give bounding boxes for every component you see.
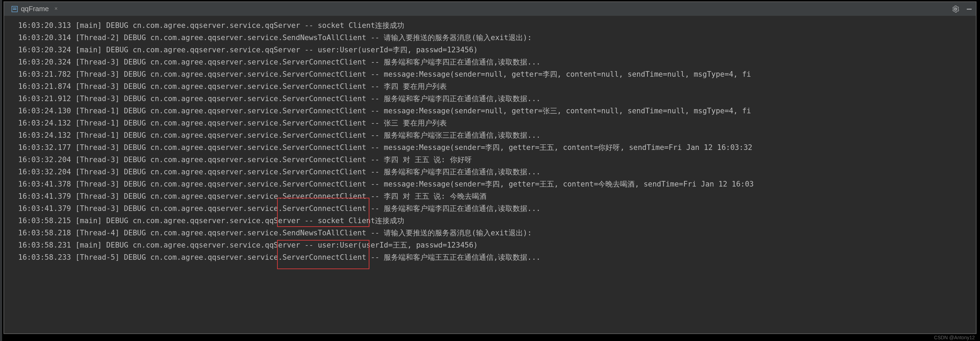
log-line: 16:03:20.314 [Thread-2] DEBUG cn.com.agr… — [18, 32, 976, 44]
gear-icon[interactable] — [952, 6, 959, 13]
log-line: 16:03:21.874 [Thread-3] DEBUG cn.com.agr… — [18, 81, 976, 93]
tab-title: qqFrame — [21, 5, 49, 13]
tab-item[interactable]: qqFrame × — [11, 5, 58, 13]
log-line: 16:03:32.204 [Thread-3] DEBUG cn.com.agr… — [18, 154, 976, 166]
log-line: 16:03:32.177 [Thread-3] DEBUG cn.com.agr… — [18, 142, 976, 154]
log-line: 16:03:41.379 [Thread-3] DEBUG cn.com.agr… — [18, 202, 976, 215]
log-line: 16:03:58.218 [Thread-4] DEBUG cn.com.agr… — [18, 227, 976, 239]
log-line: 16:03:21.912 [Thread-3] DEBUG cn.com.agr… — [18, 93, 976, 105]
console-output[interactable]: 16:03:20.313 [main] DEBUG cn.com.agree.q… — [4, 16, 976, 333]
minimize-icon[interactable] — [966, 6, 972, 12]
log-line: 16:03:20.324 [main] DEBUG cn.com.agree.q… — [18, 44, 976, 56]
log-line: 16:03:58.231 [main] DEBUG cn.com.agree.q… — [18, 239, 976, 252]
log-line: 16:03:41.378 [Thread-3] DEBUG cn.com.agr… — [18, 178, 976, 190]
log-line: 16:03:41.379 [Thread-3] DEBUG cn.com.agr… — [18, 190, 976, 202]
console-panel: qqFrame × 16:03:20.313 [main] DEBUG cn.c… — [3, 2, 977, 334]
svg-rect-1 — [13, 8, 16, 8]
log-line: 16:03:20.324 [Thread-3] DEBUG cn.com.agr… — [18, 56, 976, 69]
svg-rect-4 — [967, 9, 972, 10]
svg-point-3 — [955, 8, 957, 10]
log-line: 16:03:24.132 [Thread-1] DEBUG cn.com.agr… — [18, 129, 976, 142]
close-tab-button[interactable]: × — [54, 6, 58, 12]
log-line: 16:03:58.233 [Thread-5] DEBUG cn.com.agr… — [18, 252, 976, 264]
log-line: 16:03:32.204 [Thread-3] DEBUG cn.com.agr… — [18, 166, 976, 178]
log-line: 16:03:24.132 [Thread-1] DEBUG cn.com.agr… — [18, 117, 976, 129]
log-line: 16:03:24.130 [Thread-1] DEBUG cn.com.agr… — [18, 105, 976, 117]
log-line: 16:03:21.782 [Thread-3] DEBUG cn.com.agr… — [18, 69, 976, 81]
log-line: 16:03:58.215 [main] DEBUG cn.com.agree.q… — [18, 215, 976, 227]
tab-bar: qqFrame × — [4, 2, 976, 16]
watermark: CSDN @Antony12 — [934, 335, 975, 340]
left-gutter — [0, 0, 2, 341]
tab-actions — [952, 6, 972, 13]
svg-rect-2 — [13, 9, 16, 10]
run-config-icon — [11, 6, 18, 13]
log-line: 16:03:20.313 [main] DEBUG cn.com.agree.q… — [18, 19, 976, 32]
